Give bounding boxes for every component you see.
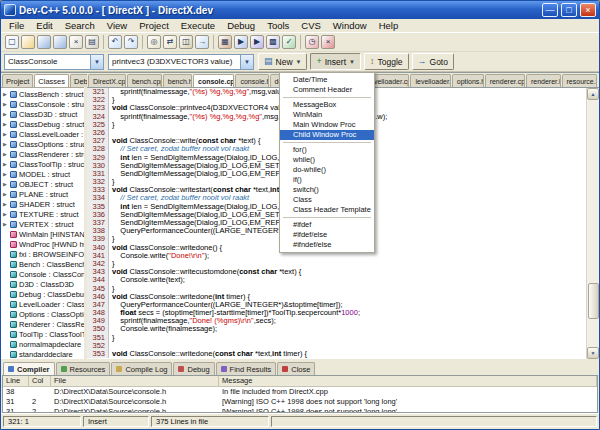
save-all-icon[interactable] — [53, 35, 67, 49]
file-tab-console-h[interactable]: console.h — [235, 74, 268, 87]
file-tab-renderer-h[interactable]: renderer.h — [526, 74, 561, 87]
rebuild-all-icon[interactable]: ▩ — [266, 35, 280, 49]
tree-item-normalmapdeclare[interactable]: normalmapdeclare — [1, 339, 84, 349]
tree-item-renderer[interactable]: Renderer : ClassRenderer — [1, 319, 84, 329]
sidebar-tab-project[interactable]: Project — [2, 74, 33, 87]
panel-tab-find-results[interactable]: Find Results — [216, 362, 277, 375]
scroll-down-icon[interactable]: ▼ — [587, 347, 599, 359]
tree-item-classdebug[interactable]: ▶ClassDebug : struct — [1, 119, 84, 129]
maximize-button[interactable]: □ — [561, 3, 577, 17]
tree-item-fxi[interactable]: fxi : BROWSEINFO — [1, 249, 84, 259]
insert-menu-item-ifdef[interactable]: #ifdef — [280, 220, 374, 230]
new-source-icon[interactable]: ▢ — [5, 35, 19, 49]
file-tab-bench-h[interactable]: bench.h — [163, 74, 192, 87]
insert-menu-item-class[interactable]: Class — [280, 195, 374, 205]
tree-item-object[interactable]: ▶OBJECT : struct — [1, 179, 84, 189]
panel-tab-debug[interactable]: Debug — [173, 362, 214, 375]
undo-icon[interactable]: ↶ — [108, 35, 122, 49]
file-tab-console-cpp[interactable]: console.cpp — [193, 74, 234, 87]
file-tab-bench-cpp[interactable]: bench.cpp — [127, 74, 162, 87]
message-row[interactable]: 38D:\DirectX\Data\Source\console.hIn fil… — [3, 387, 597, 397]
file-tab-directx-cpp[interactable]: DirectX.cpp — [88, 74, 126, 87]
menu-file[interactable]: File — [3, 20, 30, 31]
panel-tab-compile-log[interactable]: Compile Log — [111, 362, 172, 375]
tree-item-levelloader[interactable]: LevelLoader : ClassLevelLoader — [1, 299, 84, 309]
goto-line-icon[interactable]: → — [195, 35, 209, 49]
tree-item-classtooltip[interactable]: ▶ClassToolTip : struct — [1, 159, 84, 169]
class-combo[interactable]: ClassConsole ▼ — [4, 54, 104, 70]
abort-icon[interactable]: × — [321, 35, 335, 49]
close-button[interactable]: × — [580, 3, 596, 17]
tree-item-shader[interactable]: ▶SHADER : struct — [1, 199, 84, 209]
close-file-icon[interactable]: × — [69, 35, 83, 49]
tree-item-standarddeclare[interactable]: standarddeclare — [1, 349, 84, 359]
minimize-button[interactable]: — — [542, 3, 558, 17]
scrollbar-thumb[interactable] — [588, 283, 599, 319]
tree-item-classoptions[interactable]: ▶ClassOptions : struct — [1, 139, 84, 149]
class-tree[interactable]: ▶ClassBench : struct▶ClassConsole : stru… — [1, 87, 84, 359]
insert-menu-item-class-header-template[interactable]: Class Header Template — [280, 205, 374, 215]
menu-cvs[interactable]: CVS — [295, 20, 327, 31]
panel-tab-compiler[interactable]: Compiler — [3, 362, 55, 375]
find-icon[interactable]: ◎ — [147, 35, 161, 49]
menu-execute[interactable]: Execute — [175, 20, 221, 31]
insert-menu-item-comment-header[interactable]: Comment Header — [280, 85, 374, 95]
open-project-icon[interactable] — [21, 35, 35, 49]
find-in-files-icon[interactable]: ◫ — [179, 35, 193, 49]
tree-item-plane[interactable]: ▶PLANE : struct — [1, 189, 84, 199]
tree-item-model[interactable]: ▶MODEL : struct — [1, 169, 84, 179]
insert-menu-item-date-time[interactable]: Date/Time — [280, 75, 374, 85]
print-icon[interactable]: ▤ — [85, 35, 99, 49]
menu-view[interactable]: View — [101, 20, 133, 31]
toggle-button[interactable]: ↕Toggle — [364, 53, 409, 70]
insert-menu-item-for[interactable]: for() — [280, 145, 374, 155]
panel-tab-close[interactable]: Close — [277, 362, 315, 375]
save-icon[interactable] — [37, 35, 51, 49]
insert-menu-item-if[interactable]: if() — [280, 175, 374, 185]
menu-tools[interactable]: Tools — [261, 20, 295, 31]
menu-debug[interactable]: Debug — [221, 20, 261, 31]
insert-menu-item-winmain[interactable]: WinMain — [280, 110, 374, 120]
menu-search[interactable]: Search — [59, 20, 101, 31]
chevron-down-icon[interactable]: ▼ — [90, 55, 103, 69]
insert-menu-item-switch[interactable]: switch() — [280, 185, 374, 195]
compile-icon[interactable]: ▦ — [218, 35, 232, 49]
file-tab-resource-h[interactable]: resource.h — [562, 74, 597, 87]
insert-button[interactable]: +Insert▼ — [310, 53, 360, 70]
insert-menu-item-while[interactable]: while() — [280, 155, 374, 165]
tree-item-wndproc[interactable]: WndProc [HWND hwnd] — [1, 239, 84, 249]
tree-item-texture[interactable]: ▶TEXTURE : struct — [1, 209, 84, 219]
insert-menu-item-ifndef-else[interactable]: #ifndef/else — [280, 240, 374, 250]
tree-item-classconsole[interactable]: ▶ClassConsole : struct — [1, 99, 84, 109]
insert-menu-item-main-window-proc[interactable]: Main Window Proc — [280, 120, 374, 130]
menu-window[interactable]: Window — [327, 20, 373, 31]
tree-item-tooltip[interactable]: ToolTip : ClassToolTip — [1, 329, 84, 339]
tree-item-classlevelloader[interactable]: ▶ClassLevelLoader : struct — [1, 129, 84, 139]
tree-item-classrenderer[interactable]: ▶ClassRenderer : struct — [1, 149, 84, 159]
insert-menu-item-child-window-proc[interactable]: Child Window Proc — [280, 130, 374, 140]
insert-menu-item-do-while[interactable]: do-while() — [280, 165, 374, 175]
sidebar-tab-classes[interactable]: Classes — [34, 74, 69, 87]
run-icon[interactable]: ▶ — [234, 35, 248, 49]
tree-item-winmain[interactable]: WinMain [HINSTANCE hInst] — [1, 229, 84, 239]
tree-item-classbench[interactable]: ▶ClassBench : struct — [1, 89, 84, 99]
debug-icon[interactable]: ✓ — [282, 35, 296, 49]
goto-button[interactable]: →Goto — [412, 53, 454, 70]
compile-and-run-icon[interactable]: ▶ — [250, 35, 264, 49]
menu-project[interactable]: Project — [133, 20, 175, 31]
new-member-button[interactable]: ▤New▼ — [258, 53, 307, 70]
tree-item-vertex[interactable]: ▶VERTEX : struct — [1, 219, 84, 229]
insert-menu-item-ifdef-else[interactable]: #ifdef/else — [280, 230, 374, 240]
menu-help[interactable]: Help — [373, 20, 405, 31]
replace-icon[interactable]: ⇄ — [163, 35, 177, 49]
insert-menu-item-messagebox[interactable]: MessageBox — [280, 100, 374, 110]
editor-scrollbar[interactable]: ▲ ▼ — [586, 88, 599, 359]
file-tab-options-h[interactable]: options.h — [452, 74, 484, 87]
scroll-up-icon[interactable]: ▲ — [587, 88, 599, 100]
message-row[interactable]: 312D:\DirectX\Data\Source\console.h[Warn… — [3, 397, 597, 407]
redo-icon[interactable]: ↷ — [124, 35, 138, 49]
file-tab-renderer-cpp[interactable]: renderer.cpp — [485, 74, 525, 87]
tree-item-bench[interactable]: Bench : ClassBench — [1, 259, 84, 269]
menu-edit[interactable]: Edit — [30, 20, 58, 31]
profile-icon[interactable]: ◷ — [305, 35, 319, 49]
